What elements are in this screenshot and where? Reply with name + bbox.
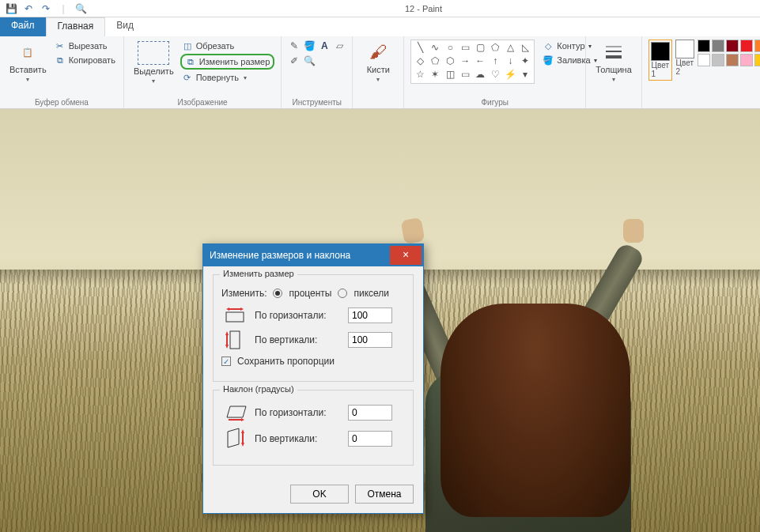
crop-button[interactable]: ◫Обрезать [180, 40, 275, 52]
fill-icon: 🪣 [543, 55, 554, 66]
shape-arrowu-icon: ↑ [488, 55, 502, 68]
svg-marker-5 [226, 308, 229, 311]
color-palette[interactable] [698, 40, 760, 66]
clipboard-icon: 📋 [17, 41, 39, 63]
palette-swatch[interactable] [726, 54, 739, 66]
size-lines-icon [603, 41, 625, 63]
tab-view[interactable]: Вид [105, 17, 145, 36]
cancel-button[interactable]: Отмена [355, 485, 414, 504]
picker-icon[interactable]: ✐ [288, 55, 301, 67]
shape-curve-icon: ∿ [428, 42, 442, 55]
group-colors: Цвет 1 Цвет 2 [642, 36, 760, 108]
shape-callout2-icon: ▭ [458, 69, 472, 81]
shape-oval-icon: ○ [443, 42, 457, 55]
skew-v-icon [221, 427, 248, 451]
shapes-gallery[interactable]: ╲∿○▭▢⬠△◺ ◇⬠⬡→←↑↓✦ ☆✶◫▭☁♡⚡▾ [410, 40, 535, 84]
group-tools-label: Инструменты [288, 96, 346, 107]
ok-button[interactable]: OK [290, 485, 349, 504]
tab-file[interactable]: Файл [0, 17, 46, 36]
paste-button[interactable]: 📋 Вставить ▾ [6, 40, 50, 85]
shape-rect-icon: ▭ [458, 42, 472, 55]
shape-callout-icon: ◫ [443, 69, 457, 81]
copy-button[interactable]: ⧉Копировать [53, 54, 117, 66]
cut-button[interactable]: ✂Вырезать [53, 40, 117, 52]
brushes-button[interactable]: 🖌 Кисти ▾ [359, 40, 397, 85]
shape-more-icon: ▾ [518, 69, 532, 81]
undo-icon[interactable]: ↶ [22, 2, 35, 15]
color1-swatch [651, 42, 670, 61]
color2-swatch [675, 40, 694, 58]
redo-icon[interactable]: ↷ [40, 2, 52, 15]
radio-percent-label: проценты [289, 288, 331, 299]
svg-marker-13 [241, 418, 244, 421]
group-clipboard: 📋 Вставить ▾ ✂Вырезать ⧉Копировать Буфер… [0, 36, 124, 108]
select-button[interactable]: Выделить ▾ [130, 40, 177, 86]
preview-icon[interactable]: 🔍 [74, 2, 87, 15]
magnify-icon[interactable]: 🔍 [303, 55, 316, 67]
keep-aspect-label: Сохранить пропорции [237, 356, 335, 367]
canvas-area[interactable]: Изменение размеров и наклона × Изменить … [0, 109, 760, 532]
text-icon[interactable]: A [318, 40, 331, 52]
bucket-icon[interactable]: 🪣 [303, 40, 316, 52]
shape-bolt-icon: ⚡ [503, 69, 517, 81]
resize-button[interactable]: ⧉Изменить размер [180, 54, 275, 70]
tab-home[interactable]: Главная [46, 17, 106, 36]
palette-swatch[interactable] [698, 40, 710, 52]
skew-v-input[interactable] [348, 431, 392, 447]
svg-marker-11 [227, 406, 246, 417]
size-button[interactable]: Толщина ▾ [592, 40, 635, 85]
resize-icon: ⧉ [185, 56, 196, 67]
resize-h-input[interactable] [348, 308, 392, 323]
dialog-titlebar[interactable]: Изменение размеров и наклона × [203, 244, 423, 266]
qat-divider: | [57, 2, 70, 15]
group-clipboard-label: Буфер обмена [6, 96, 117, 107]
svg-marker-16 [241, 429, 244, 433]
palette-swatch[interactable] [712, 40, 724, 52]
eraser-icon[interactable]: ▱ [333, 40, 346, 52]
dialog-close-button[interactable]: × [390, 246, 422, 265]
skew-h-icon [221, 403, 248, 422]
resize-legend: Изменить размер [220, 269, 297, 278]
radio-percent[interactable] [273, 289, 282, 298]
palette-swatch[interactable] [754, 54, 760, 66]
rotate-icon: ⟳ [182, 72, 193, 83]
shape-line-icon: ╲ [413, 42, 427, 55]
shape-star5-icon: ☆ [413, 69, 427, 81]
skew-h-label: По горизонтали: [255, 407, 342, 418]
chevron-down-icon: ▾ [26, 76, 29, 83]
brush-icon: 🖌 [367, 41, 389, 63]
palette-swatch[interactable] [754, 40, 760, 52]
palette-swatch[interactable] [698, 54, 710, 66]
chevron-down-icon: ▾ [612, 76, 615, 83]
svg-marker-6 [240, 308, 244, 311]
svg-marker-9 [225, 331, 229, 335]
radio-pixels-label: пиксели [354, 288, 389, 299]
palette-swatch[interactable] [740, 54, 753, 66]
chevron-down-icon: ▾ [376, 76, 380, 83]
palette-swatch[interactable] [726, 40, 739, 52]
radio-pixels[interactable] [338, 289, 347, 298]
keep-aspect-checkbox[interactable] [221, 357, 231, 366]
shape-cloud-icon: ☁ [473, 69, 487, 81]
skew-h-input[interactable] [348, 405, 392, 421]
color2-button[interactable]: Цвет 2 [675, 40, 694, 81]
group-image: Выделить ▾ ◫Обрезать ⧉Изменить размер ⟳П… [124, 36, 282, 108]
resize-h-icon [221, 307, 248, 324]
rotate-button[interactable]: ⟳Повернуть▾ [180, 71, 275, 84]
save-icon[interactable]: 💾 [5, 2, 17, 15]
resize-fieldset: Изменить размер Изменить: проценты пиксе… [213, 274, 414, 382]
shape-arrowd-icon: ↓ [503, 55, 517, 68]
shape-triangle-icon: △ [503, 42, 517, 55]
palette-swatch[interactable] [712, 54, 724, 66]
group-tools: ✎ 🪣 A ▱ ✐ 🔍 Инструменты [282, 36, 353, 108]
resize-v-input[interactable] [348, 332, 392, 348]
tools-grid: ✎ 🪣 A ▱ ✐ 🔍 [288, 40, 346, 67]
svg-marker-17 [241, 443, 244, 447]
shape-pentagon-icon: ⬠ [428, 55, 442, 68]
color1-button[interactable]: Цвет 1 [648, 40, 672, 81]
skew-fieldset: Наклон (градусы) По горизонтали: По верт… [213, 390, 414, 466]
paste-label: Вставить [9, 65, 47, 74]
palette-swatch[interactable] [740, 40, 753, 52]
pencil-icon[interactable]: ✎ [288, 40, 301, 52]
chevron-down-icon: ▾ [152, 77, 155, 85]
